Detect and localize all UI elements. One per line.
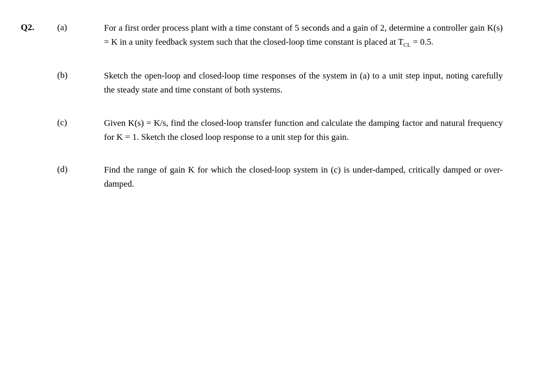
part-b: (b) Sketch the open-loop and closed-loop… xyxy=(52,69,503,97)
part-c-label: (c) xyxy=(52,116,104,129)
question-number: Q2. xyxy=(21,21,52,34)
part-d-label: (d) xyxy=(52,163,104,176)
question-header: Q2. (a) For a first order process plant … xyxy=(21,21,503,210)
part-c: (c) Given K(s) = K/s, find the closed-lo… xyxy=(52,116,503,144)
part-a: (a) For a first order process plant with… xyxy=(52,21,503,50)
part-d-text: Find the range of gain K for which the c… xyxy=(104,163,503,191)
part-b-text: Sketch the open-loop and closed-loop tim… xyxy=(104,69,503,97)
part-d: (d) Find the range of gain K for which t… xyxy=(52,163,503,191)
part-b-label: (b) xyxy=(52,69,104,82)
question-container: Q2. (a) For a first order process plant … xyxy=(21,21,503,215)
part-c-text: Given K(s) = K/s, find the closed-loop t… xyxy=(104,116,503,144)
part-a-text: For a first order process plant with a t… xyxy=(104,21,503,50)
part-a-label: (a) xyxy=(52,21,104,34)
parts-container: (a) For a first order process plant with… xyxy=(52,21,503,210)
